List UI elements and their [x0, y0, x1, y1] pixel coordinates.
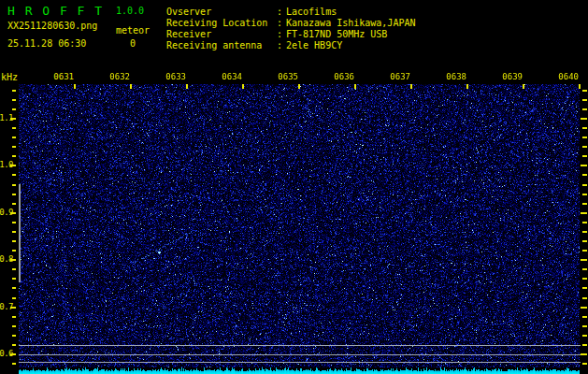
y-minor-tick-left: [12, 155, 16, 157]
reference-line: [19, 354, 581, 355]
y-major-tick-left: [10, 353, 16, 355]
info-label: Receiving Location: [166, 18, 277, 29]
y-major-tick-right: [581, 259, 587, 261]
x-tick-mark: [523, 84, 524, 89]
x-tick-mark: [74, 84, 76, 89]
y-minor-tick-right: [582, 344, 587, 346]
x-tick-mark: [130, 84, 132, 89]
y-minor-tick-left: [12, 250, 16, 252]
y-minor-tick-left: [12, 325, 16, 327]
y-major-tick-right: [581, 212, 587, 214]
y-major-tick-right: [581, 165, 587, 166]
info-value: FT-817ND 50MHz USB: [286, 29, 387, 40]
y-minor-tick-left: [12, 174, 16, 176]
y-minor-tick-left: [12, 231, 16, 233]
y-major-tick-left: [10, 118, 16, 120]
x-tick-label: 0637: [389, 72, 410, 81]
info-colon: :: [277, 18, 286, 29]
x-tick-label: 0633: [165, 72, 186, 81]
observation-datetime: 25.11.28 06:30: [7, 38, 86, 49]
y-minor-tick-left: [12, 194, 16, 195]
y-minor-tick-left: [12, 90, 16, 92]
y-minor-tick-left: [12, 127, 16, 129]
y-minor-tick-left: [12, 108, 16, 110]
y-minor-tick-left: [12, 344, 16, 346]
y-major-tick-right: [581, 118, 587, 120]
y-major-tick-left: [10, 212, 16, 214]
x-tick-label: 0631: [52, 72, 74, 81]
x-tick-label: 0635: [277, 72, 298, 81]
meteor-count: 0: [130, 38, 136, 49]
hrofft-window: H R O F F T 1.0.0 XX2511280630.png meteo…: [0, 0, 588, 374]
info-colon: :: [277, 29, 286, 40]
info-colon: :: [277, 40, 286, 51]
y-minor-tick-left: [12, 335, 16, 337]
y-minor-tick-right: [582, 316, 587, 318]
y-minor-tick-right: [582, 250, 587, 252]
station-info-block: Ovserver:LacofilmsReceiving Location:Kan…: [166, 7, 415, 51]
y-minor-tick-right: [582, 287, 587, 289]
y-minor-tick-right: [582, 146, 587, 148]
recording-start-marker: [19, 184, 21, 282]
y-minor-tick-right: [582, 325, 587, 327]
info-label: Ovserver: [166, 7, 277, 18]
info-colon: :: [277, 7, 286, 18]
y-minor-tick-right: [582, 90, 587, 92]
y-minor-tick-right: [582, 268, 587, 270]
y-minor-tick-left: [12, 363, 16, 365]
info-row: Receiving Location:Kanazawa Ishikawa,JAP…: [166, 18, 415, 29]
y-major-tick-left: [10, 259, 16, 261]
y-minor-tick-left: [12, 240, 16, 242]
x-tick-mark: [466, 84, 468, 89]
y-minor-tick-left: [12, 278, 16, 280]
y-minor-tick-right: [582, 203, 587, 205]
y-minor-tick-right: [582, 240, 587, 242]
x-tick-label: 0636: [333, 72, 354, 81]
y-minor-tick-right: [582, 231, 587, 233]
y-minor-tick-right: [582, 278, 587, 280]
y-minor-tick-left: [12, 137, 16, 138]
app-title: H R O F F T: [7, 4, 104, 18]
x-tick-mark: [579, 84, 581, 89]
x-tick-mark: [186, 84, 188, 89]
reference-line: [19, 345, 581, 346]
info-row: Ovserver:Lacofilms: [166, 7, 415, 18]
y-minor-tick-left: [12, 222, 16, 223]
y-minor-tick-right: [582, 155, 587, 157]
info-row: Receiving antenna:2ele HB9CY: [166, 40, 415, 51]
y-minor-tick-left: [12, 146, 16, 148]
mode-label: meteor: [116, 25, 150, 36]
info-label: Receiver: [166, 29, 277, 40]
x-tick-mark: [354, 84, 356, 89]
y-minor-tick-left: [12, 268, 16, 270]
y-minor-tick-left: [12, 287, 16, 289]
reference-line: [19, 362, 581, 363]
info-label: Receiving antenna: [166, 40, 277, 51]
y-minor-tick-right: [582, 127, 587, 129]
x-tick-label: 0632: [108, 72, 130, 81]
y-minor-tick-right: [582, 108, 587, 110]
info-row: Receiver:FT-817ND 50MHz USB: [166, 29, 415, 40]
y-minor-tick-right: [582, 184, 587, 186]
y-major-tick-right: [581, 353, 587, 355]
x-tick-mark: [410, 84, 412, 89]
y-minor-tick-right: [582, 363, 587, 365]
info-value: 2ele HB9CY: [286, 40, 342, 51]
y-minor-tick-right: [582, 174, 587, 176]
x-tick-label: 0638: [445, 72, 466, 81]
y-minor-tick-right: [582, 137, 587, 138]
spectrogram-canvas: [19, 84, 580, 374]
y-major-tick-right: [581, 307, 587, 309]
x-tick-mark: [242, 84, 244, 89]
output-filename: XX2511280630.png: [7, 21, 97, 31]
y-minor-tick-right: [582, 297, 587, 299]
x-tick-label: 0639: [501, 72, 523, 81]
y-minor-tick-right: [582, 99, 587, 101]
y-minor-tick-left: [12, 316, 16, 318]
y-minor-tick-left: [12, 203, 16, 205]
y-major-tick-left: [10, 307, 16, 309]
info-value: Kanazawa Ishikawa,JAPAN: [286, 18, 415, 29]
y-major-tick-left: [10, 165, 16, 166]
y-minor-tick-right: [582, 222, 587, 223]
y-minor-tick-right: [582, 194, 587, 195]
